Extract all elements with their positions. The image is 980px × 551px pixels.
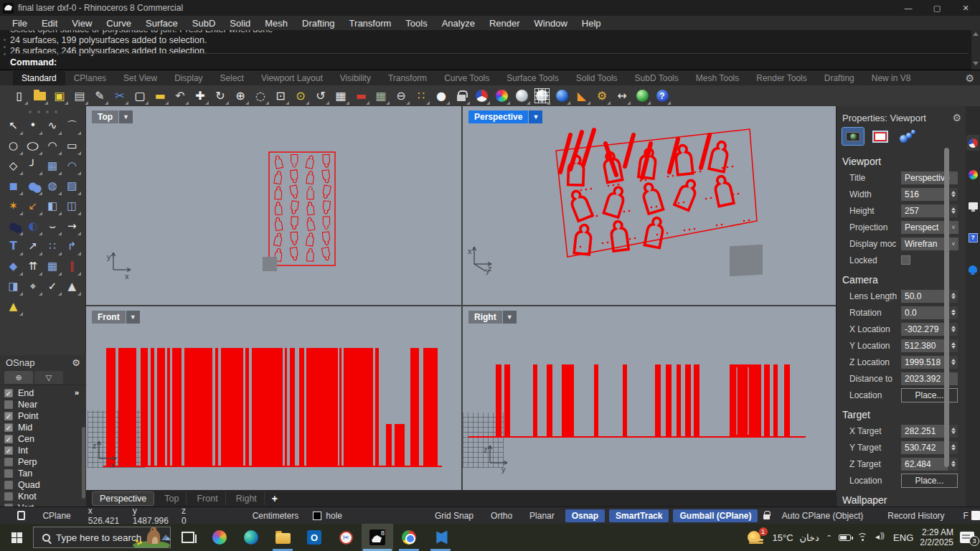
box-icon[interactable]: ◼: [4, 176, 23, 195]
viewport-tab-right[interactable]: Right: [229, 492, 265, 505]
menu-edit[interactable]: Edit: [35, 17, 64, 30]
spinner-up-icon[interactable]: [951, 428, 956, 430]
split-surface-icon[interactable]: ∥: [62, 257, 81, 276]
edit-document-icon[interactable]: ✎: [90, 87, 109, 105]
vscode-button[interactable]: [425, 524, 456, 551]
spinner-up-icon[interactable]: [951, 207, 956, 210]
toolbar-settings-gear-icon[interactable]: ⚙: [965, 72, 974, 84]
tab-display[interactable]: [966, 166, 979, 182]
viewport-front-label[interactable]: Front▼: [92, 311, 140, 324]
render-icon[interactable]: [512, 87, 531, 105]
viewport-properties-tab[interactable]: [870, 128, 891, 145]
command-grip[interactable]: [3, 39, 6, 63]
boolean-difference-icon[interactable]: ◐: [24, 217, 42, 235]
status-toggle-osnap[interactable]: Osnap: [565, 509, 605, 522]
menu-analyze[interactable]: Analyze: [435, 17, 481, 30]
osnap-checkbox-point[interactable]: ✓: [4, 412, 13, 420]
property-field[interactable]: 516: [901, 188, 948, 201]
weather-icon[interactable]: 1: [748, 529, 766, 545]
polygon-icon[interactable]: ◇: [4, 156, 23, 175]
osnap-checkbox-int[interactable]: ✓: [4, 446, 13, 455]
place-button[interactable]: Place...: [901, 474, 958, 488]
osnap-checkbox-quad[interactable]: [4, 481, 13, 489]
filter-pane-icon[interactable]: [971, 511, 980, 520]
file-explorer-button[interactable]: [267, 524, 298, 551]
print-icon[interactable]: ▤: [70, 87, 89, 105]
osnap-checkbox-perp[interactable]: [4, 458, 13, 466]
osnap-scrollbar[interactable]: [82, 427, 85, 499]
spinner-down-icon[interactable]: [951, 313, 956, 316]
point-icon[interactable]: •: [24, 116, 42, 135]
spinner-buttons[interactable]: [948, 188, 958, 201]
menu-solid[interactable]: Solid: [223, 17, 257, 30]
color-wheel-icon[interactable]: [492, 87, 511, 105]
add-viewport-tab-button[interactable]: +: [268, 493, 282, 504]
copilot-button[interactable]: [204, 524, 235, 551]
notification-center-icon[interactable]: 3: [960, 532, 974, 543]
spinner-up-icon[interactable]: [951, 461, 956, 463]
property-field[interactable]: -302.279: [901, 323, 948, 336]
status-toggle-planar[interactable]: Planar: [523, 509, 561, 522]
spinner-buttons[interactable]: [948, 306, 958, 319]
temperature[interactable]: 15°C: [773, 532, 793, 543]
toolbar-tab-set-view[interactable]: Set View: [115, 71, 166, 85]
extend-curve-icon[interactable]: →: [62, 217, 81, 235]
spinner-up-icon[interactable]: [951, 326, 956, 329]
spinner-down-icon[interactable]: [951, 296, 956, 299]
status-toggle-gumballcplane[interactable]: Gumball (CPlane): [673, 509, 758, 522]
spheres-icon[interactable]: ●: [24, 176, 42, 195]
status-toggle-ortho[interactable]: Ortho: [484, 509, 519, 522]
status-toggle-gridsnap[interactable]: Grid Snap: [428, 509, 480, 522]
properties-scrollbar[interactable]: [944, 148, 949, 467]
toolbar-tab-visibility[interactable]: Visibility: [331, 71, 380, 85]
edge-button[interactable]: [235, 524, 267, 551]
viewport-top[interactable]: Top▼ yx: [86, 106, 461, 305]
surface-from-points-icon[interactable]: ▦: [43, 156, 62, 175]
osnap-overflow-chevron[interactable]: »: [75, 388, 79, 397]
tray-expand-chevron[interactable]: ⌃: [826, 534, 832, 541]
osnap-checkbox-end[interactable]: ✓: [4, 389, 13, 397]
property-field[interactable]: 512.380: [901, 339, 948, 352]
menu-help[interactable]: Help: [575, 17, 608, 30]
ellipse-icon[interactable]: ○: [24, 136, 42, 155]
orient-icon[interactable]: ↱: [62, 237, 81, 255]
check-icon[interactable]: ✓: [43, 277, 62, 296]
lock-icon[interactable]: [763, 514, 769, 519]
menu-tools[interactable]: Tools: [399, 17, 433, 30]
minimize-button[interactable]: —: [894, 0, 923, 16]
viewport-front[interactable]: Front▼ zx: [86, 306, 461, 490]
osnap-checkbox-cen[interactable]: ✓: [4, 435, 13, 443]
solid-edit-icon[interactable]: ◆: [4, 257, 23, 276]
shaded-view-icon[interactable]: [472, 87, 491, 105]
record-history-toggle[interactable]: Record History: [881, 509, 951, 522]
pane-icon[interactable]: [17, 511, 25, 520]
command-area[interactable]: Select open surface or polysurface to jo…: [0, 30, 980, 70]
arc-start-end-icon[interactable]: ◠: [43, 136, 62, 155]
select-icon[interactable]: ↖: [4, 116, 23, 135]
spinner-down-icon[interactable]: [951, 362, 956, 365]
light-icon[interactable]: ●: [432, 87, 451, 105]
menu-window[interactable]: Window: [528, 17, 574, 30]
bend-surface-icon[interactable]: ◠: [62, 156, 81, 175]
command-prompt[interactable]: Command:: [10, 57, 57, 67]
clock[interactable]: 2:29 AM2/2/2025: [920, 527, 953, 547]
camera-properties-tab[interactable]: [842, 128, 864, 145]
start-button[interactable]: [0, 524, 33, 551]
open-file-icon[interactable]: [30, 87, 49, 105]
render-region-icon[interactable]: [532, 87, 551, 105]
spinner-down-icon[interactable]: [951, 448, 956, 451]
language-indicator[interactable]: ENG: [893, 532, 913, 543]
spinner-buttons[interactable]: [948, 290, 958, 303]
osnap-points-icon[interactable]: ∷: [412, 87, 430, 105]
osnap-checkbox-knot[interactable]: [4, 492, 13, 501]
property-field[interactable]: 530.742: [901, 441, 948, 454]
viewport-perspective-label[interactable]: Perspective▼: [468, 110, 542, 123]
property-field[interactable]: 0.0: [901, 306, 948, 319]
undo-view-icon[interactable]: ↺: [311, 87, 330, 105]
command-scrollbar[interactable]: [971, 30, 980, 70]
menu-subd[interactable]: SubD: [186, 17, 222, 30]
spinner-down-icon[interactable]: [951, 211, 956, 214]
osnap-checkbox-mid[interactable]: ✓: [4, 423, 13, 432]
maximize-button[interactable]: ▢: [923, 0, 951, 16]
toolbar-tab-viewport-layout[interactable]: Viewport Layout: [253, 71, 331, 85]
